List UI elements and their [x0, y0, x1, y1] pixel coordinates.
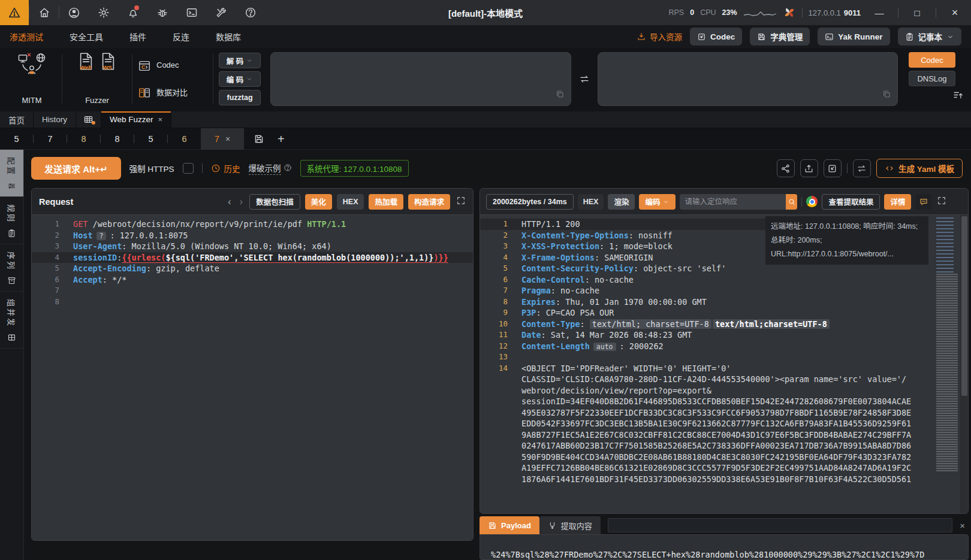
menu-plugins[interactable]: 插件	[129, 31, 146, 43]
code-line[interactable]: 8	[32, 296, 473, 308]
code-line[interactable]: A19EFFC7126BB04BE86C61321E02869D8C3CCC55…	[480, 462, 925, 474]
yak-pinwheel-icon[interactable]	[783, 6, 796, 19]
send-request-button[interactable]: 发送请求 Alt+↵	[31, 157, 121, 180]
home-icon[interactable]	[29, 0, 59, 25]
code-line[interactable]: 14<OBJECT ID='PDFReader' WIDTH='0' HEIGH…	[480, 363, 925, 374]
code-line[interactable]: CLASSID='CLSID:CA8A9780-280D-11CF-A24D-4…	[480, 374, 925, 385]
code-line[interactable]: 11Date: Sat, 14 Mar 2026 08:48:23 GMT	[480, 329, 925, 341]
fuzzer-subtab-active[interactable]: 7×	[201, 128, 244, 150]
menu-pentest[interactable]: 渗透测试	[10, 31, 43, 43]
code-line[interactable]: 1GET /webroot/decision/nx/report/v9/prin…	[32, 219, 473, 230]
tab-db-grid[interactable]	[76, 111, 101, 128]
add-subtab-button[interactable]: +	[278, 133, 285, 145]
code-line[interactable]: EDD0542F33697FC3DC3EBC13B5BA1E30C9F62136…	[480, 418, 925, 429]
blast-example-link[interactable]: 爆破示例	[249, 162, 281, 175]
codec-tool[interactable]: C Codec	[138, 59, 207, 72]
code-line[interactable]: 13	[480, 352, 925, 363]
user-icon[interactable]	[59, 0, 89, 25]
tab-home[interactable]: 首页	[0, 111, 34, 128]
code-line[interactable]: 2Host?: 127.0.0.1:8075	[32, 230, 473, 241]
code-line[interactable]: 3User-Agent: Mozilla/5.0 (Windows NT 10.…	[32, 241, 473, 252]
code-line[interactable]: 10Content-Type: text/html; charset=UTF-8…	[480, 319, 925, 330]
extract-content-tab[interactable]: 提取内容	[539, 516, 601, 534]
request-editor[interactable]: 1GET /webroot/decision/nx/report/v9/prin…	[32, 215, 473, 540]
code-line[interactable]: 495E032787F5F22330EEF1DCFB33DC3C8C3F533C…	[480, 407, 925, 419]
close-payload-icon[interactable]: ×	[960, 520, 969, 531]
code-line[interactable]: 1876A6F1441E7601BDF31F45ED3373DD06302559…	[480, 474, 925, 485]
tab-web-fuzzer[interactable]: Web Fuzzer×	[101, 111, 171, 128]
hotload-button[interactable]: 热加载	[369, 194, 403, 210]
hex-button[interactable]: HEX	[578, 194, 604, 210]
settings-gear-icon[interactable]	[89, 0, 118, 25]
code-line[interactable]: 8Expires: Thu, 01 Jan 1970 00:00:00 GMT	[480, 296, 925, 308]
copy-icon[interactable]	[555, 89, 565, 101]
rail-item-sequence[interactable]: 序列	[0, 244, 23, 292]
app-logo[interactable]	[0, 0, 29, 25]
bug-icon[interactable]	[147, 0, 177, 25]
codec-button[interactable]: Codec	[690, 28, 742, 46]
notifications-bell-icon[interactable]	[118, 0, 147, 25]
construct-request-button[interactable]: 构造请求	[408, 194, 450, 210]
open-in-chrome-icon[interactable]	[806, 196, 818, 207]
code-line[interactable]: 6Accept: */*	[32, 274, 473, 286]
notebook-button[interactable]: 记事本	[898, 28, 962, 46]
minimize-button[interactable]: —	[867, 2, 892, 23]
generate-yaml-button[interactable]: 生成 Yaml 模板	[876, 159, 963, 178]
hex-button[interactable]: HEX	[337, 194, 364, 210]
encode-dropdown[interactable]: 编码	[639, 194, 676, 210]
import-resource-link[interactable]: 导入资源	[637, 31, 682, 43]
switch-button[interactable]	[853, 159, 871, 177]
fuzzer-subtab[interactable]: 8	[101, 128, 134, 150]
codec-output-textarea[interactable]	[598, 52, 898, 106]
code-line[interactable]: 9A8B727F1EC5A1E2E67C8C032CBFF81C2CBC88CE…	[480, 429, 925, 441]
prev-request-icon[interactable]: ‹	[226, 196, 233, 208]
payload-tab[interactable]: Payload	[480, 516, 539, 534]
fullscreen-icon[interactable]	[456, 196, 466, 207]
tab-history[interactable]: History	[34, 111, 76, 128]
sort-list-icon[interactable]	[952, 89, 964, 102]
code-line[interactable]: 5Accept-Encoding: gzip, deflate	[32, 263, 473, 274]
search-input[interactable]	[680, 194, 786, 210]
yak-runner-button[interactable]: Yak Runner	[818, 28, 889, 46]
close-button[interactable]: ×	[942, 2, 967, 23]
menu-database[interactable]: 数据库	[216, 31, 241, 43]
comment-bubble-button[interactable]	[915, 194, 931, 210]
question-circle-icon[interactable]	[284, 164, 292, 174]
code-line[interactable]: 590F9D9BE404CCD34A70BDBC2E08AB61B88180D4…	[480, 452, 925, 463]
menu-reverse[interactable]: 反连	[173, 31, 189, 43]
history-link[interactable]: 历史	[211, 162, 240, 174]
code-line[interactable]: 7	[32, 285, 473, 296]
maximize-button[interactable]: □	[904, 2, 930, 23]
close-tab-icon[interactable]: ×	[158, 115, 163, 124]
codec-result-tab[interactable]: Codec	[909, 52, 955, 68]
swap-icon[interactable]	[574, 52, 595, 106]
minimap[interactable]	[934, 215, 960, 513]
detail-button[interactable]: 详情	[884, 194, 911, 210]
menu-security-tools[interactable]: 安全工具	[70, 31, 103, 43]
fuzztag-button[interactable]: fuzztag	[219, 90, 261, 105]
fuzzer-subtab[interactable]: 7	[34, 128, 67, 150]
code-line[interactable]: 6Cache-Control: no-cache	[480, 274, 925, 286]
export-button[interactable]	[800, 159, 818, 177]
next-request-icon[interactable]: ›	[238, 196, 245, 208]
data-compare-tool[interactable]: 数据对比	[138, 86, 207, 99]
fuzzer-subtab[interactable]: 5	[134, 128, 167, 150]
packet-scan-button[interactable]: 数据包扫描	[249, 194, 300, 210]
rail-item-group-concurrency[interactable]: 组并发	[0, 292, 23, 349]
code-line[interactable]: webroot/decision/view/report?op=export&	[480, 385, 925, 396]
code-line[interactable]: 0247617ABB60D23B17C7F7501585B25268E5A2C7…	[480, 440, 925, 452]
decode-dropdown[interactable]: 解 码	[219, 53, 261, 68]
beautify-button[interactable]: 美化	[305, 194, 332, 210]
code-line[interactable]: 4sessionID:{{urlesc(${sql('FRDemo','SELE…	[32, 252, 473, 264]
codec-input-textarea[interactable]	[270, 52, 571, 106]
scrollbar-thumb[interactable]	[961, 216, 967, 396]
scrollbar[interactable]	[960, 215, 968, 513]
share-button[interactable]	[777, 159, 795, 177]
dict-manager-button[interactable]: 字典管理	[750, 28, 810, 46]
copy-icon[interactable]	[882, 89, 891, 101]
tools-icon[interactable]	[206, 0, 236, 25]
close-subtab-icon[interactable]: ×	[225, 134, 230, 144]
code-line[interactable]: 12Content-Lengthauto: 2000262	[480, 341, 925, 352]
fuzzer-subtab[interactable]: 5	[0, 128, 33, 150]
terminal-icon[interactable]	[177, 0, 206, 25]
